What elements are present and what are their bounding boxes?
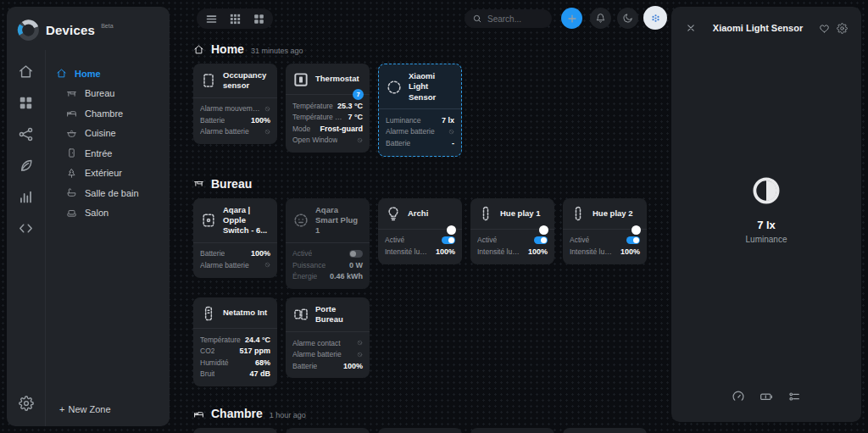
device-card-lustre[interactable]: Lustre bbox=[470, 428, 554, 433]
luminance-contrast-icon bbox=[671, 175, 861, 207]
sidebar-item-entr-e[interactable]: Entrée bbox=[56, 143, 164, 164]
alarm-state-icon bbox=[357, 340, 363, 346]
capability-row: Batterie100% bbox=[292, 360, 363, 372]
wallswitch-icon bbox=[200, 212, 217, 229]
capability-row: Luminance7 lx bbox=[386, 114, 454, 126]
grid-small-view-button[interactable] bbox=[227, 11, 242, 26]
heart-icon[interactable] bbox=[819, 23, 830, 34]
sidebar-item-ext-rieur[interactable]: Extérieur bbox=[56, 164, 164, 184]
capability-row: Activé bbox=[477, 235, 548, 247]
search-input[interactable] bbox=[487, 14, 542, 24]
device-card-mouvements[interactable]: Mouvements bbox=[563, 428, 647, 433]
card-grid-bureau: Aqara | Opple Switch - 6...Batterie100%A… bbox=[193, 198, 665, 387]
device-card-aqara-opple-switch-6[interactable]: Aqara | Opple Switch - 6...Batterie100%A… bbox=[193, 198, 277, 278]
row-label: Température bbox=[200, 336, 241, 344]
settings-gear-icon bbox=[19, 396, 34, 411]
row-label: Batterie bbox=[200, 116, 225, 125]
list-view-button[interactable] bbox=[203, 11, 219, 26]
card-header: Aqara Smart Plug 1 bbox=[286, 198, 370, 243]
nav-flows-icon bbox=[18, 126, 34, 142]
close-icon bbox=[685, 22, 697, 34]
device-card-aqara-smart-plug-1[interactable]: Aqara Smart Plug 1ActivéPuissance0 WÉner… bbox=[286, 198, 370, 290]
row-label: Alarme batterie bbox=[200, 127, 249, 136]
capability-row: Bruit47 dB bbox=[200, 369, 270, 380]
row-label: Open Window bbox=[292, 136, 337, 144]
alarm-state-icon bbox=[357, 137, 363, 143]
zone-list: HomeBureauChambreCuisineEntréeExtérieurS… bbox=[46, 50, 170, 426]
device-card-hue-play-2[interactable]: Hue play 2ActivéIntensité lumineu...100% bbox=[563, 198, 647, 264]
toggle-on[interactable] bbox=[626, 236, 640, 244]
card-grid-home: Occupancy sensorAlarme mouvementBatterie… bbox=[193, 64, 665, 157]
device-card-netatmo-int[interactable]: Netatmo IntTempérature24.4 °CCO2517 ppmH… bbox=[193, 297, 277, 386]
ext-rieur-icon bbox=[66, 168, 77, 179]
nav-home[interactable] bbox=[16, 62, 36, 80]
capability-row: Température25.3 °C bbox=[292, 100, 363, 112]
device-card-chambre[interactable]: Chambre bbox=[193, 428, 277, 433]
bulb-icon bbox=[385, 205, 402, 222]
row-label: Puissance bbox=[292, 261, 326, 269]
device-card-porte-bureau[interactable]: Porte BureauAlarme contactAlarme batteri… bbox=[286, 297, 370, 378]
nav-scripts[interactable] bbox=[16, 219, 36, 237]
device-card-chevet[interactable]: Chevet bbox=[286, 428, 370, 433]
capability-row: Température cible7 °C bbox=[292, 112, 363, 124]
icon-rail bbox=[7, 50, 46, 426]
search-glass-icon bbox=[472, 14, 482, 24]
moon-icon bbox=[622, 13, 633, 24]
dark-mode-button[interactable] bbox=[617, 8, 638, 29]
device-card-thermostat[interactable]: Thermostat7Température25.3 °CTempérature… bbox=[286, 64, 370, 153]
card-rows: ActivéIntensité lumineu...100% bbox=[563, 230, 647, 264]
device-name: Aqara Smart Plug 1 bbox=[315, 205, 363, 236]
nav-flows[interactable] bbox=[16, 125, 36, 143]
gauge-icon bbox=[732, 390, 745, 403]
sidebar-item-chambre[interactable]: Chambre bbox=[56, 103, 164, 124]
new-zone-button[interactable]: + New Zone bbox=[56, 404, 164, 414]
plus-icon bbox=[566, 13, 578, 25]
zone-label: Entrée bbox=[85, 148, 112, 158]
capability-row: Batterie100% bbox=[200, 248, 270, 260]
row-value: 0.46 kWh bbox=[330, 272, 363, 280]
device-card-xiaomi-light-sensor[interactable]: Xiaomi Light SensorLuminance7 lxAlarme b… bbox=[378, 64, 462, 157]
row-label: Alarme contact bbox=[292, 339, 341, 347]
nav-energy[interactable] bbox=[16, 156, 36, 175]
card-rows: Température24.4 °CCO2517 ppmHumidité68%B… bbox=[193, 329, 277, 386]
add-device-button[interactable] bbox=[561, 8, 582, 29]
device-name: Occupancy sensor bbox=[223, 70, 270, 92]
row-value: 100% bbox=[620, 247, 640, 256]
chambre-icon bbox=[66, 108, 77, 119]
capability-row: Alarme batterie bbox=[292, 348, 363, 360]
detail-reading: 7 lx Luminance bbox=[671, 175, 861, 244]
detail-value-label: Luminance bbox=[671, 235, 861, 244]
zone-label: Chambre bbox=[85, 108, 123, 119]
grid-large-view-button[interactable] bbox=[251, 11, 266, 26]
zone-label: Salon bbox=[85, 208, 108, 218]
sidebar-item-cuisine[interactable]: Cuisine bbox=[56, 124, 164, 144]
sidebar-item-salle-de-bain[interactable]: Salle de bain bbox=[56, 183, 164, 203]
sidebar-item-home[interactable]: Home bbox=[56, 64, 164, 84]
sidebar-item-salon[interactable]: Salon bbox=[56, 203, 164, 224]
capability-row: Open Window bbox=[292, 135, 363, 147]
device-card-fibaro-z-wave[interactable]: Fibaro Z-Wave bbox=[378, 428, 462, 433]
card-rows: Luminance7 lxAlarme batterieBatterie- bbox=[379, 109, 461, 156]
gear-icon[interactable] bbox=[837, 23, 848, 34]
settings-button[interactable] bbox=[16, 394, 36, 413]
card-rows: Température25.3 °CTempérature cible7 °CM… bbox=[286, 95, 370, 153]
device-card-archi[interactable]: ArchiActivéIntensité lumineu...100% bbox=[378, 198, 462, 264]
color-indicator bbox=[632, 225, 641, 235]
battery-tab[interactable] bbox=[760, 390, 773, 403]
notifications-button[interactable] bbox=[590, 8, 611, 29]
user-avatar[interactable] bbox=[643, 6, 667, 30]
nav-devices[interactable] bbox=[16, 93, 36, 112]
settings-list-tab[interactable] bbox=[787, 390, 801, 403]
nav-insights[interactable] bbox=[16, 187, 36, 206]
toggle-on[interactable] bbox=[442, 236, 455, 244]
sensor-tab[interactable] bbox=[732, 390, 745, 403]
device-card-occupancy-sensor[interactable]: Occupancy sensorAlarme mouvementBatterie… bbox=[193, 64, 277, 144]
sidebar-item-bureau[interactable]: Bureau bbox=[56, 84, 164, 104]
toggle-off[interactable] bbox=[349, 250, 363, 258]
search-box[interactable] bbox=[465, 9, 552, 28]
row-label: Alarme mouvement bbox=[200, 104, 261, 113]
device-card-hue-play-1[interactable]: Hue play 1ActivéIntensité lumineu...100% bbox=[470, 198, 554, 264]
close-icon[interactable] bbox=[685, 22, 697, 34]
device-name: Xiaomi Light Sensor bbox=[409, 71, 454, 103]
toggle-on[interactable] bbox=[534, 236, 548, 244]
